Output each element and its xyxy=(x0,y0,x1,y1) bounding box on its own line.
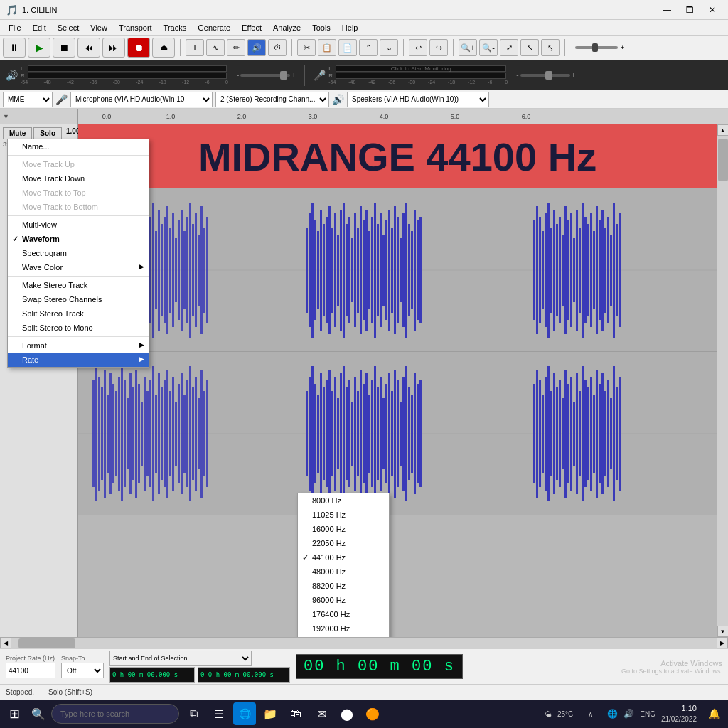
cm-waveform[interactable]: Waveform xyxy=(8,232,149,246)
cm-split-stereo[interactable]: Split Stereo Track xyxy=(8,306,149,321)
chrome-button[interactable]: ⬤ xyxy=(336,702,358,725)
scroll-right-button[interactable]: ▶ xyxy=(717,638,728,649)
solo-button[interactable]: Solo xyxy=(33,127,62,139)
notifications-button[interactable]: 🔔 xyxy=(702,702,725,725)
cm-multiview[interactable]: Multi-view xyxy=(8,218,149,232)
next-button[interactable]: ⏭ xyxy=(102,38,125,58)
tempo-slider[interactable] xyxy=(575,46,618,49)
zoom-out-button[interactable]: 🔍- xyxy=(479,39,498,56)
sel-start-input[interactable] xyxy=(109,667,195,682)
scroll-down-button[interactable]: ▼ xyxy=(717,626,729,637)
cm-name[interactable]: Name... xyxy=(8,139,149,154)
search-input[interactable] xyxy=(51,704,179,724)
zoom-project-button[interactable]: ⤣ xyxy=(541,39,560,56)
cm-make-stereo[interactable]: Make Stereo Track xyxy=(8,278,149,292)
record-button[interactable]: ⏺ xyxy=(127,38,150,58)
task-view-button[interactable]: ⧉ xyxy=(182,702,205,725)
app-button[interactable]: 🟠 xyxy=(361,702,384,725)
host-select[interactable]: MME xyxy=(3,92,53,107)
menu-edit[interactable]: Edit xyxy=(27,22,52,33)
rate-88200[interactable]: 88200 Hz xyxy=(298,579,389,593)
menu-tracks[interactable]: Tracks xyxy=(158,22,193,33)
scroll-up-button[interactable]: ▲ xyxy=(717,124,729,136)
selection-tool[interactable]: I xyxy=(186,39,204,56)
playback-vol-slider[interactable] xyxy=(240,74,290,77)
cut-tool[interactable]: ✂ xyxy=(297,39,316,56)
trim-tool[interactable]: ⌃ xyxy=(359,39,378,56)
cm-swap-stereo[interactable]: Swap Stereo Channels xyxy=(8,292,149,306)
menu-select[interactable]: Select xyxy=(52,22,85,33)
redo-button[interactable]: ↪ xyxy=(429,39,448,56)
rate-16000[interactable]: 16000 Hz xyxy=(298,522,389,536)
menu-file[interactable]: File xyxy=(3,22,27,33)
rate-11025[interactable]: 11025 Hz xyxy=(298,508,389,522)
store-button[interactable]: 🛍 xyxy=(284,702,307,725)
menu-view[interactable]: View xyxy=(85,22,113,33)
menu-effect[interactable]: Effect xyxy=(236,22,267,33)
rate-44100[interactable]: 44100 Hz xyxy=(298,550,389,564)
output-device-select[interactable]: Speakers (VIA HD Audio(Win 10)) xyxy=(347,92,489,107)
rec-vol-slider[interactable] xyxy=(520,74,570,77)
close-button[interactable]: ✕ xyxy=(702,3,722,17)
rate-8000[interactable]: 8000 Hz xyxy=(298,493,389,508)
stop-button[interactable]: ⏹ xyxy=(53,38,75,58)
menu-transport[interactable]: Transport xyxy=(113,22,158,33)
draw-tool[interactable]: ✏ xyxy=(227,39,245,56)
cm-move-bottom[interactable]: Move Track to Bottom xyxy=(8,200,149,214)
timeshift-tool[interactable]: ⏱ xyxy=(268,39,287,56)
snap-to-select[interactable]: Off xyxy=(61,663,104,678)
cm-move-top[interactable]: Move Track to Top xyxy=(8,186,149,200)
svg-rect-167 xyxy=(206,380,208,487)
project-rate-input[interactable] xyxy=(6,663,55,678)
cm-split-mono[interactable]: Split Stereo to Mono xyxy=(8,321,149,335)
cm-move-up[interactable]: Move Track Up xyxy=(8,157,149,171)
zoom-in-button[interactable]: 🔍+ xyxy=(459,39,477,56)
scroll-thumb[interactable] xyxy=(718,139,728,181)
track-waveform-area[interactable]: MIDRANGE 44100 Hz -0.20 -0.30 -0.40 xyxy=(78,124,717,637)
rate-22050[interactable]: 22050 Hz xyxy=(298,536,389,550)
envelope-tool[interactable]: ∿ xyxy=(206,39,225,56)
h-scroll-thumb[interactable] xyxy=(18,638,75,648)
rate-192000[interactable]: 192000 Hz xyxy=(298,621,389,636)
notification-area-button[interactable]: ∧ xyxy=(579,702,601,725)
rate-48000[interactable]: 48000 Hz xyxy=(298,564,389,579)
cm-format[interactable]: Format xyxy=(8,338,149,353)
menu-generate[interactable]: Generate xyxy=(192,22,236,33)
cm-wave-color[interactable]: Wave Color xyxy=(8,260,149,274)
maximize-button[interactable]: ⧠ xyxy=(680,3,700,17)
play-button[interactable]: ▶ xyxy=(28,38,50,58)
pause-button[interactable]: ⏸ xyxy=(3,38,26,58)
scroll-left-button[interactable]: ◀ xyxy=(0,638,11,649)
record-level-l[interactable]: Click to Start Monitoring xyxy=(336,65,506,72)
cm-move-down[interactable]: Move Track Down xyxy=(8,171,149,186)
mail-button[interactable]: ✉ xyxy=(310,702,333,725)
rate-352800[interactable]: 352800 Hz xyxy=(298,636,389,637)
sel-end-input[interactable] xyxy=(198,667,290,682)
search-button[interactable]: 🔍 xyxy=(28,702,48,725)
cm-rate[interactable]: Rate xyxy=(8,353,149,367)
menu-help[interactable]: Help xyxy=(336,22,364,33)
minimize-button[interactable]: — xyxy=(657,3,677,17)
zoom-sel-button[interactable]: ⤡ xyxy=(520,39,539,56)
copy-tool[interactable]: 📋 xyxy=(318,39,336,56)
mute-button[interactable]: Mute xyxy=(3,127,32,139)
start-button[interactable]: ⊞ xyxy=(3,702,26,725)
paste-tool[interactable]: 📄 xyxy=(338,39,357,56)
explorer-button[interactable]: 📁 xyxy=(259,702,282,725)
silence-tool[interactable]: ⌄ xyxy=(380,39,398,56)
zoom-tool[interactable]: 🔊 xyxy=(247,39,266,56)
rate-96000[interactable]: 96000 Hz xyxy=(298,593,389,607)
prev-button[interactable]: ⏮ xyxy=(77,38,100,58)
edge-button[interactable]: 🌐 xyxy=(233,702,256,725)
input-device-select[interactable]: Microphone (VIA HD Audio(Win 10 xyxy=(70,92,213,107)
undo-button[interactable]: ↩ xyxy=(409,39,427,56)
zoom-fit-button[interactable]: ⤢ xyxy=(500,39,518,56)
selection-type-select[interactable]: Start and End of Selection xyxy=(109,651,252,666)
menu-analyze[interactable]: Analyze xyxy=(267,22,306,33)
cm-spectrogram[interactable]: Spectrogram xyxy=(8,246,149,260)
loop-button[interactable]: ⏏ xyxy=(152,38,175,58)
rate-176400[interactable]: 176400 Hz xyxy=(298,607,389,621)
channels-select[interactable]: 2 (Stereo) Recording Chann... xyxy=(215,92,329,107)
menu-tools[interactable]: Tools xyxy=(306,22,336,33)
widgets-button[interactable]: ☰ xyxy=(208,702,230,725)
